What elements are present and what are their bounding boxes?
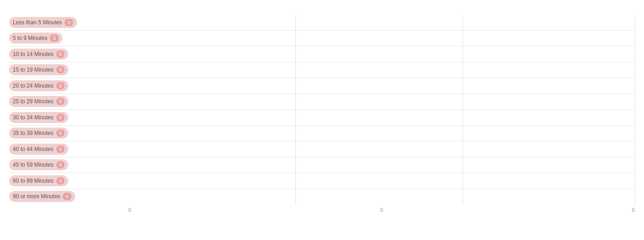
- x-axis: 000: [9, 204, 635, 213]
- bar-track: [128, 141, 635, 157]
- bar-label: 90 or more Minutes0: [9, 191, 75, 202]
- bar-row: Less than 5 Minutes0: [9, 15, 635, 31]
- bar-label-text: 25 to 29 Minutes: [13, 98, 54, 105]
- bar-track: [128, 110, 635, 125]
- bar-label: 5 to 9 Minutes0: [9, 33, 62, 44]
- bar-row: 25 to 29 Minutes0: [9, 94, 635, 110]
- chart-container: Less than 5 Minutes05 to 9 Minutes010 to…: [0, 0, 644, 240]
- bar-label: 10 to 14 Minutes0: [9, 49, 68, 60]
- bar-label-text: 90 or more Minutes: [13, 193, 60, 200]
- bar-row: 5 to 9 Minutes0: [9, 31, 635, 47]
- bar-value: 0: [56, 177, 65, 184]
- bar-track: [128, 189, 635, 205]
- bar-label-text: 5 to 9 Minutes: [13, 35, 47, 41]
- bar-value: 0: [56, 50, 65, 58]
- bar-value: 0: [65, 19, 73, 26]
- bar-row: 90 or more Minutes0: [9, 189, 635, 205]
- x-axis-label: 0: [632, 207, 635, 213]
- x-axis-label: 0: [128, 207, 131, 213]
- bar-label-text: 20 to 24 Minutes: [13, 83, 54, 89]
- bar-value: 0: [56, 98, 65, 105]
- bar-label-text: 30 to 34 Minutes: [13, 114, 54, 121]
- bar-row: 40 to 44 Minutes0: [9, 141, 635, 157]
- bar-label: 30 to 34 Minutes0: [9, 112, 68, 123]
- x-axis-label: 0: [380, 207, 383, 213]
- bar-value: 0: [56, 66, 65, 73]
- bar-label: 35 to 39 Minutes0: [9, 128, 68, 139]
- bar-label-text: 15 to 19 Minutes: [13, 67, 54, 73]
- chart-area: Less than 5 Minutes05 to 9 Minutes010 to…: [9, 15, 635, 204]
- bar-label: 60 to 89 Minutes0: [9, 175, 68, 186]
- bar-value: 0: [63, 193, 71, 200]
- bar-track: [128, 157, 635, 173]
- bar-track: [128, 31, 635, 46]
- bar-row: 35 to 39 Minutes0: [9, 126, 635, 142]
- bar-value: 0: [56, 114, 65, 121]
- bar-track: [128, 126, 635, 141]
- bar-label: 25 to 29 Minutes0: [9, 96, 68, 107]
- bar-label-text: 60 to 89 Minutes: [13, 178, 54, 184]
- bar-value: 0: [56, 161, 65, 168]
- bar-row: 20 to 24 Minutes0: [9, 78, 635, 94]
- grid-line: [635, 15, 635, 204]
- bar-value: 0: [56, 145, 65, 153]
- bar-label-text: 35 to 39 Minutes: [13, 130, 54, 136]
- bar-label: Less than 5 Minutes0: [9, 17, 77, 28]
- bar-row: 10 to 14 Minutes0: [9, 46, 635, 62]
- bar-label: 15 to 19 Minutes0: [9, 64, 68, 75]
- bar-track: [128, 46, 635, 62]
- bar-label-text: 45 to 59 Minutes: [13, 162, 54, 168]
- bar-label: 45 to 59 Minutes0: [9, 159, 68, 170]
- bar-label-text: Less than 5 Minutes: [13, 19, 62, 26]
- bar-label-text: 40 to 44 Minutes: [13, 146, 54, 152]
- bar-row: 15 to 19 Minutes0: [9, 62, 635, 78]
- bar-track: [128, 78, 635, 94]
- bar-label: 20 to 24 Minutes0: [9, 80, 68, 91]
- bar-track: [128, 15, 635, 30]
- bar-track: [128, 173, 635, 189]
- bar-row: 30 to 34 Minutes0: [9, 110, 635, 126]
- bar-value: 0: [50, 34, 58, 42]
- bar-row: 60 to 89 Minutes0: [9, 173, 635, 189]
- bar-track: [128, 94, 635, 110]
- bar-row: 45 to 59 Minutes0: [9, 157, 635, 173]
- bar-label: 40 to 44 Minutes0: [9, 144, 68, 155]
- bar-value: 0: [56, 129, 65, 137]
- bar-label-text: 10 to 14 Minutes: [13, 51, 54, 57]
- bar-value: 0: [56, 82, 65, 89]
- bar-track: [128, 62, 635, 78]
